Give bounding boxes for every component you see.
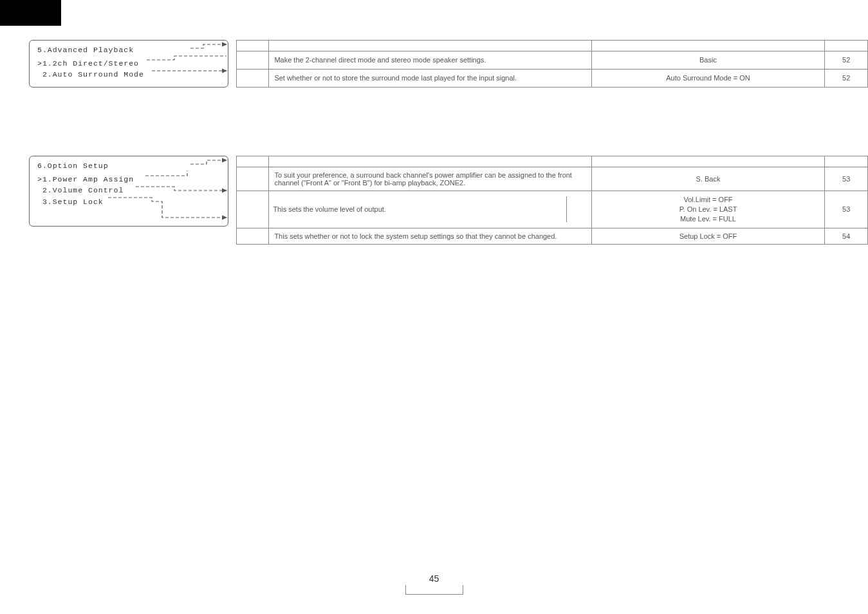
def-line: Vol.Limit = OFF — [597, 195, 820, 205]
cell-desc: To suit your preference, a surround back… — [269, 167, 591, 191]
lcd-title: 6.Option Setup — [37, 162, 220, 170]
cell-desc: Make the 2-channel direct mode and stere… — [269, 51, 591, 70]
table-header — [236, 41, 867, 51]
cell-default: Vol.Limit = OFF P. On Lev. = LAST Mute L… — [591, 191, 825, 228]
cell-desc: Set whether or not to store the surround… — [269, 69, 591, 87]
page-footer: 45 — [0, 573, 868, 595]
table-row: This sets the volume level of output. Vo… — [236, 191, 867, 228]
cell-blank — [236, 167, 269, 191]
lcd-option-setup: 6.Option Setup >1.Power Amp Assign 2.Vol… — [29, 156, 228, 227]
footer-box — [405, 585, 463, 595]
lcd-advanced-playback: 5.Advanced Playback >1.2ch Direct/Stereo… — [29, 40, 228, 88]
cell-desc-inner: This sets the volume level of output. — [269, 196, 567, 222]
cell-desc: This sets whether or not to lock the sys… — [269, 228, 591, 244]
cell-desc: This sets the volume level of output. — [269, 191, 591, 228]
table-row: Set whether or not to store the surround… — [236, 69, 867, 87]
cell-page: 53 — [825, 167, 868, 191]
cell-default: Auto Surround Mode = ON — [591, 69, 825, 87]
cell-blank — [236, 51, 269, 70]
lcd-line-2: 2.Volume Control — [37, 185, 220, 196]
lcd-line-1: >1.Power Amp Assign — [37, 174, 220, 185]
cell-blank — [236, 69, 269, 87]
lcd-line-1: >1.2ch Direct/Stereo — [37, 58, 220, 69]
table-row: Make the 2-channel direct mode and stere… — [236, 51, 867, 70]
cell-empty — [567, 196, 591, 222]
cell-page: 54 — [825, 228, 868, 244]
table-row: This sets whether or not to lock the sys… — [236, 228, 867, 244]
section-option-setup: 6.Option Setup >1.Power Amp Assign 2.Vol… — [29, 156, 868, 245]
cell-blank — [236, 191, 269, 228]
cell-blank — [236, 228, 269, 244]
lcd-line-3: 3.Setup Lock — [37, 196, 220, 207]
cell-default: S. Back — [591, 167, 825, 191]
cell-default: Setup Lock = OFF — [591, 228, 825, 244]
def-line: Mute Lev. = FULL — [597, 214, 820, 224]
cell-page: 53 — [825, 191, 868, 228]
cell-page: 52 — [825, 69, 868, 87]
table-advanced-playback: Make the 2-channel direct mode and stere… — [236, 40, 868, 88]
table-option-setup: To suit your preference, a surround back… — [236, 156, 868, 245]
table-header — [236, 156, 867, 167]
lcd-line-2: 2.Auto Surround Mode — [37, 69, 220, 80]
cell-page: 52 — [825, 51, 868, 70]
section-advanced-playback: 5.Advanced Playback >1.2ch Direct/Stereo… — [29, 40, 868, 88]
def-line: P. On Lev. = LAST — [597, 205, 820, 214]
cell-default: Basic — [591, 51, 825, 70]
corner-tab — [0, 0, 61, 26]
page-number: 45 — [429, 573, 439, 584]
lcd-title: 5.Advanced Playback — [37, 46, 220, 54]
table-row: To suit your preference, a surround back… — [236, 167, 867, 191]
